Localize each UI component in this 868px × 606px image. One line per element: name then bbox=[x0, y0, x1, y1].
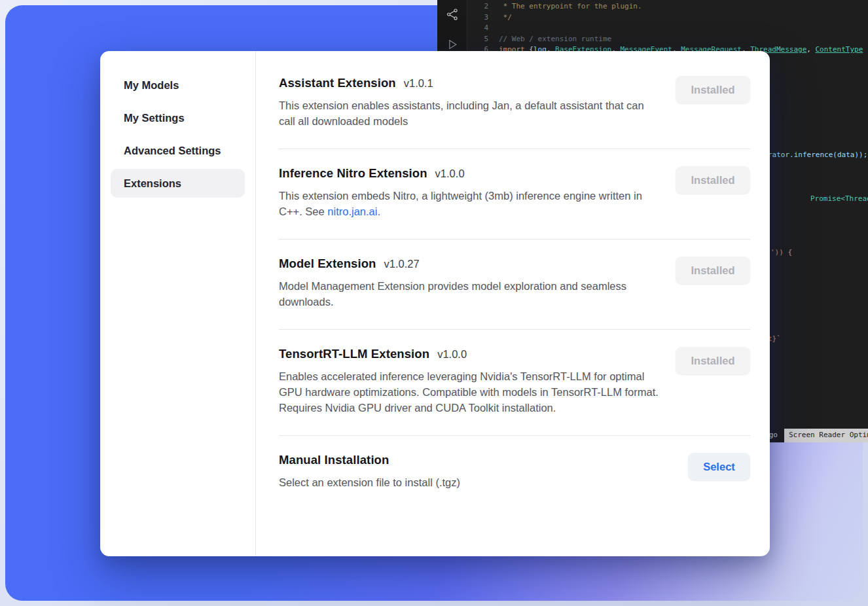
code-line: 3 */ bbox=[467, 12, 868, 24]
code-text: // Web / extension runtime bbox=[499, 34, 611, 45]
line-number: 4 bbox=[467, 23, 499, 34]
select-file-button[interactable]: Select bbox=[688, 453, 750, 480]
screen-reader-optimize-badge[interactable]: Screen Reader Optimize bbox=[784, 429, 868, 442]
code-token: , bbox=[806, 45, 815, 56]
code-token: ContentType bbox=[816, 45, 863, 56]
installed-button[interactable]: Installed bbox=[676, 76, 750, 103]
extension-description: Model Management Extension provides mode… bbox=[279, 278, 660, 310]
run-debug-icon[interactable] bbox=[444, 37, 460, 52]
extension-title: TensortRT-LLM Extension bbox=[279, 347, 429, 361]
desktop-canvas: 2 * The entrypoint for the plugin. 3 */ … bbox=[0, 0, 868, 606]
code-text: * The entrypoint for the plugin. bbox=[499, 1, 642, 12]
extension-title: Inference Nitro Extension bbox=[279, 166, 427, 181]
manual-installation-description: Select an extension file to install (.tg… bbox=[279, 474, 662, 490]
extension-info: TensortRT-LLM Extension v1.0.0 Enables a… bbox=[279, 347, 660, 416]
nitro-link[interactable]: nitro.jan.ai. bbox=[327, 205, 380, 217]
code-line: 5// Web / extension runtime bbox=[467, 34, 868, 45]
code-text: */ bbox=[499, 12, 512, 24]
extension-version: v1.0.27 bbox=[384, 258, 420, 270]
sidebar-item-my-models[interactable]: My Models bbox=[111, 71, 245, 99]
extensions-panel: Assistant Extension v1.0.1 This extensio… bbox=[256, 51, 770, 556]
extension-row-model: Model Extension v1.0.27 Model Management… bbox=[279, 239, 750, 329]
extension-description: This extension enables assistants, inclu… bbox=[279, 98, 660, 129]
sidebar-item-my-settings[interactable]: My Settings bbox=[111, 103, 245, 132]
line-number: 3 bbox=[467, 12, 499, 24]
share-icon[interactable] bbox=[444, 7, 460, 22]
code-line: 2 * The entrypoint for the plugin. bbox=[467, 1, 868, 12]
installed-button[interactable]: Installed bbox=[676, 166, 750, 194]
manual-installation-row: Manual Installation Select an extension … bbox=[279, 435, 750, 510]
installed-button[interactable]: Installed bbox=[676, 257, 750, 284]
extension-row-tensorrt: TensortRT-LLM Extension v1.0.0 Enables a… bbox=[279, 329, 750, 435]
extension-info: Model Extension v1.0.27 Model Management… bbox=[279, 257, 660, 310]
sidebar-item-advanced-settings[interactable]: Advanced Settings bbox=[111, 136, 245, 165]
extension-description: This extension embeds Nitro, a lightweig… bbox=[279, 188, 660, 219]
extension-row-assistant: Assistant Extension v1.0.1 This extensio… bbox=[279, 59, 750, 149]
extension-info: Assistant Extension v1.0.1 This extensio… bbox=[279, 76, 660, 129]
extension-version: v1.0.1 bbox=[404, 77, 433, 90]
status-language-item[interactable]: go bbox=[769, 430, 778, 441]
code-fragment: ')) { bbox=[770, 247, 792, 258]
sidebar-item-extensions[interactable]: Extensions bbox=[111, 169, 245, 198]
extension-version: v1.0.0 bbox=[437, 348, 467, 361]
extension-description: Enables accelerated inference leveraging… bbox=[279, 368, 660, 416]
extension-info: Manual Installation Select an extension … bbox=[279, 453, 662, 490]
settings-sidebar: My Models My Settings Advanced Settings … bbox=[100, 51, 256, 556]
installed-button[interactable]: Installed bbox=[676, 347, 750, 374]
code-line: 4 bbox=[467, 23, 868, 34]
extension-version: v1.0.0 bbox=[435, 168, 465, 180]
extension-info: Inference Nitro Extension v1.0.0 This ex… bbox=[279, 166, 660, 219]
code-fragment: rator.inference(data)); bbox=[768, 150, 867, 161]
extension-title: Model Extension bbox=[279, 257, 376, 271]
code-area: 2 * The entrypoint for the plugin. 3 */ … bbox=[467, 1, 868, 56]
extension-title: Assistant Extension bbox=[279, 76, 396, 90]
line-number: 5 bbox=[467, 34, 499, 45]
settings-modal: My Models My Settings Advanced Settings … bbox=[100, 51, 770, 556]
code-fragment: Promise<ThreadMessage> bbox=[810, 194, 868, 205]
line-number: 2 bbox=[467, 1, 499, 12]
extension-row-nitro: Inference Nitro Extension v1.0.0 This ex… bbox=[279, 149, 750, 239]
manual-installation-title: Manual Installation bbox=[279, 453, 389, 467]
